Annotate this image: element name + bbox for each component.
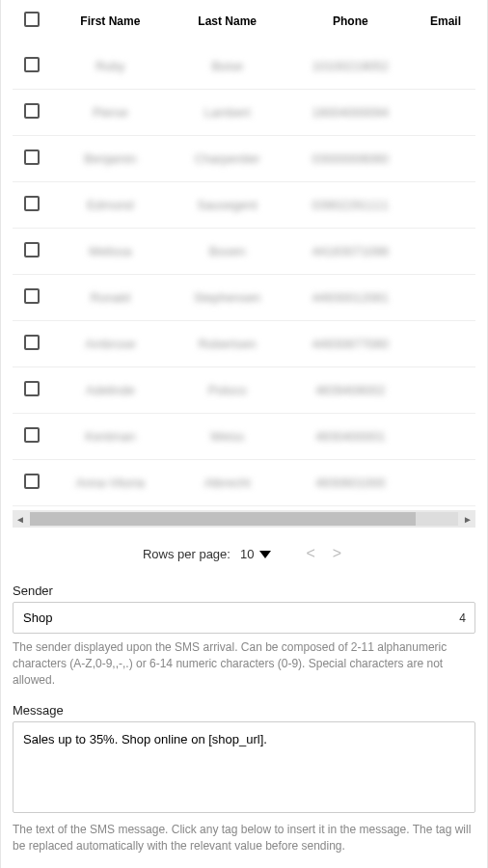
cell-last-name: Weiss (170, 414, 285, 460)
scroll-left-icon[interactable]: ◄ (13, 511, 28, 527)
cell-last-name: Boise (170, 42, 285, 90)
row-checkbox[interactable] (24, 103, 40, 119)
cell-phone: 03000006060 (285, 136, 416, 182)
cell-phone: 44183071098 (285, 229, 416, 275)
sender-help-text: The sender displayed upon the SMS arriva… (13, 639, 475, 688)
table-row[interactable]: KentmanWeiss4930400001 (13, 414, 475, 460)
prev-page-button[interactable]: < (302, 545, 318, 562)
col-last-name[interactable]: Last Name (170, 0, 285, 42)
cell-email (416, 367, 475, 414)
message-label: Message (13, 703, 475, 718)
cell-first-name: Pierse (51, 90, 170, 136)
cell-last-name: Lambert (170, 90, 285, 136)
row-checkbox[interactable] (24, 57, 40, 72)
contacts-table: First Name Last Name Phone Email RubyBoi… (13, 0, 475, 528)
scroll-right-icon[interactable]: ► (460, 511, 475, 527)
cell-first-name: Anna-Vitoria (51, 460, 170, 506)
cell-email (416, 229, 475, 275)
next-page-button[interactable]: > (329, 545, 345, 562)
cell-last-name: Albrecht (170, 460, 285, 506)
table-row[interactable]: RonaldStephensen44930012081 (13, 275, 475, 321)
row-checkbox[interactable] (24, 381, 40, 396)
cell-last-name: Robertsen (170, 321, 285, 367)
cell-last-name: Booen (170, 229, 285, 275)
sender-char-count: 4 (459, 611, 466, 625)
cell-last-name: Charpentier (170, 136, 285, 182)
cell-phone: 4930400001 (285, 414, 416, 460)
table-row[interactable]: Anna-VitoriaAlbrecht4930601000 (13, 460, 475, 506)
row-checkbox[interactable] (24, 196, 40, 211)
row-checkbox[interactable] (24, 474, 40, 489)
message-help-text: The text of the SMS message. Click any t… (13, 822, 475, 854)
cell-phone: 4930601000 (285, 460, 416, 506)
cell-first-name: Ambrose (51, 321, 170, 367)
cell-email (416, 460, 475, 506)
table-row[interactable]: EdmondSausegent03902291111 (13, 182, 475, 229)
row-checkbox[interactable] (24, 335, 40, 350)
rows-per-page-value[interactable]: 10 (240, 547, 271, 561)
cell-phone: 4839408002 (285, 367, 416, 414)
cell-phone: 44930012081 (285, 275, 416, 321)
scroll-track[interactable] (30, 512, 458, 526)
cell-email (416, 321, 475, 367)
col-email[interactable]: Email (416, 0, 475, 42)
row-checkbox[interactable] (24, 288, 40, 304)
row-checkbox[interactable] (24, 242, 40, 258)
cell-first-name: Kentman (51, 414, 170, 460)
col-phone[interactable]: Phone (285, 0, 416, 42)
cell-last-name: Poloco (170, 367, 285, 414)
row-checkbox[interactable] (24, 149, 40, 165)
cell-email (416, 136, 475, 182)
row-checkbox[interactable] (24, 427, 40, 443)
table-row[interactable]: RubyBoise10100219052 (13, 42, 475, 90)
table-row[interactable]: BenjaminCharpentier03000006060 (13, 136, 475, 182)
message-textarea[interactable] (13, 721, 475, 813)
cell-last-name: Sausegent (170, 182, 285, 229)
cell-phone: 03902291111 (285, 182, 416, 229)
cell-first-name: Ronald (51, 275, 170, 321)
cell-first-name: Adelinde (51, 367, 170, 414)
pagination: Rows per page: 10 < > (13, 528, 475, 583)
sender-label: Sender (13, 583, 475, 598)
table-row[interactable]: MelissaBooen44183071098 (13, 229, 475, 275)
cell-first-name: Ruby (51, 42, 170, 90)
table-row[interactable]: AdelindePoloco4839408002 (13, 367, 475, 414)
col-first-name[interactable]: First Name (51, 0, 170, 42)
scroll-thumb[interactable] (30, 512, 416, 526)
cell-phone: 18004000094 (285, 90, 416, 136)
table-row[interactable]: PierseLambert18004000094 (13, 90, 475, 136)
cell-first-name: Benjamin (51, 136, 170, 182)
sender-input[interactable] (13, 602, 475, 634)
cell-email (416, 42, 475, 90)
cell-first-name: Edmond (51, 182, 170, 229)
cell-first-name: Melissa (51, 229, 170, 275)
cell-email (416, 275, 475, 321)
select-all-checkbox[interactable] (24, 12, 40, 27)
chevron-down-icon (259, 551, 271, 558)
cell-phone: 44930877080 (285, 321, 416, 367)
cell-phone: 10100219052 (285, 42, 416, 90)
cell-last-name: Stephensen (170, 275, 285, 321)
cell-email (416, 414, 475, 460)
rows-per-page-label: Rows per page: (143, 547, 230, 561)
horizontal-scrollbar[interactable]: ◄ ► (13, 510, 475, 528)
table-row[interactable]: AmbroseRobertsen44930877080 (13, 321, 475, 367)
cell-email (416, 90, 475, 136)
cell-email (416, 182, 475, 229)
